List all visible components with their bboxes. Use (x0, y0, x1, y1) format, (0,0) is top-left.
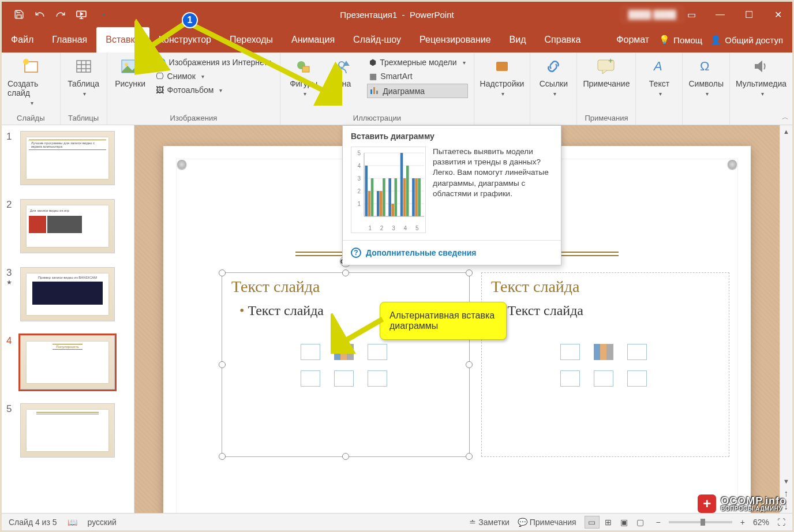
icons-button[interactable]: Зна (327, 56, 361, 88)
insert-chart-icon[interactable] (334, 344, 354, 360)
thumbnail-5[interactable] (20, 403, 115, 458)
tab-animation[interactable]: Анимация (282, 27, 344, 53)
insert-smartart-icon[interactable] (627, 344, 647, 360)
new-slide-button[interactable]: Создать слайд (8, 56, 54, 106)
insert-online-picture-icon[interactable] (334, 370, 354, 387)
group-illustrations: Фигуры Зна ⬢Трехмерные модели ▦SmartArt … (280, 53, 474, 125)
svg-text:2: 2 (380, 225, 384, 231)
group-symbols: ΩСимволы (683, 53, 730, 125)
tab-home[interactable]: Главная (43, 27, 96, 53)
notes-button[interactable]: ≐ Заметки (469, 518, 509, 527)
tab-transitions[interactable]: Переходы (220, 27, 282, 53)
group-label: Таблицы (66, 114, 101, 125)
collapse-ribbon-icon[interactable]: ︿ (782, 113, 789, 122)
language-button[interactable]: русский (88, 518, 117, 527)
slideshow-view-icon[interactable]: ▢ (633, 516, 648, 529)
photo-album-button[interactable]: 🖼Фотоальбом (153, 84, 275, 96)
shapes-button[interactable]: Фигуры (286, 56, 321, 97)
tab-view[interactable]: Вид (500, 27, 535, 53)
sorter-view-icon[interactable]: ⊞ (601, 516, 616, 529)
thumbnail-2[interactable]: Для записи видео из игр (20, 199, 115, 253)
tab-design[interactable]: Конструктор (149, 27, 220, 53)
zoom-slider[interactable] (669, 521, 732, 523)
thumbnail-1[interactable]: Лучшие программы для записи видео с экра… (20, 131, 115, 185)
insert-video-icon[interactable] (627, 370, 647, 387)
online-pictures-button[interactable]: 🌐Изображения из Интернета (153, 56, 275, 69)
tooltip-more-info[interactable]: ?Дополнительные сведения (343, 240, 561, 265)
slide-counter[interactable]: Слайд 4 из 5 (9, 518, 57, 527)
redo-icon[interactable] (55, 9, 66, 20)
placeholder-title[interactable]: Текст слайда (482, 273, 729, 301)
tab-format[interactable]: Формат (607, 27, 658, 53)
media-button[interactable]: Мультимедиа (736, 56, 786, 97)
insert-online-picture-icon[interactable] (594, 370, 613, 387)
svg-rect-36 (377, 191, 380, 216)
3d-models-button[interactable]: ⬢Трехмерные модели (367, 56, 467, 69)
table-button[interactable]: Таблица (66, 56, 101, 97)
zoom-level[interactable]: 62% (753, 518, 769, 527)
tab-help[interactable]: Справка (535, 27, 590, 53)
tab-slideshow[interactable]: Слайд-шоу (344, 27, 410, 53)
omega-icon: Ω (696, 56, 717, 77)
maximize-icon[interactable]: ☐ (735, 2, 763, 27)
tell-me-button[interactable]: 💡Помощ (659, 35, 702, 45)
group-text: AТекст (636, 53, 683, 125)
svg-rect-41 (391, 204, 394, 216)
undo-icon[interactable] (34, 9, 46, 20)
share-button[interactable]: 👤Общий доступ (710, 35, 783, 45)
vertical-scrollbar[interactable]: ▲ ▼ ⭡ ⭣ (780, 125, 792, 513)
insert-video-icon[interactable] (368, 370, 387, 387)
reading-view-icon[interactable]: ▣ (617, 516, 632, 529)
group-label: Примечания (583, 114, 630, 125)
screenshot-button[interactable]: 🖵Снимок (153, 70, 275, 83)
addins-button[interactable]: Надстройки (480, 56, 525, 97)
links-button[interactable]: Ссылки (536, 56, 571, 97)
zoom-out-icon[interactable]: − (656, 518, 661, 527)
comment-button[interactable]: +Примечание (583, 56, 630, 88)
spellcheck-icon[interactable]: 📖 (68, 518, 77, 527)
addins-icon (492, 56, 512, 77)
placeholder-title[interactable]: Текст слайда (222, 273, 469, 301)
symbols-button[interactable]: ΩСимволы (688, 56, 724, 97)
tab-insert[interactable]: Вставка (96, 27, 149, 53)
thumbnail-4[interactable]: Популярность (20, 335, 115, 389)
pictures-button[interactable]: Рисунки (113, 56, 148, 88)
save-icon[interactable] (13, 9, 25, 20)
account-button[interactable]: ████ ████ (622, 7, 683, 22)
insert-picture-icon[interactable] (301, 370, 320, 387)
lightbulb-icon: 💡 (659, 35, 670, 45)
thumbnail-3[interactable]: Пример записи видео из BANDICAM (20, 267, 115, 321)
smartart-button[interactable]: ▦SmartArt (367, 70, 467, 83)
scroll-down-icon[interactable]: ▼ (780, 475, 792, 488)
content-placeholder-left[interactable]: ⟳ Текст слайда Текст слайда (222, 272, 470, 457)
chart-button[interactable]: Диаграмма (367, 84, 467, 98)
tooltip-text: Пытаетесь выявить модели развития и трен… (433, 147, 553, 233)
content-placeholder-right[interactable]: Текст слайда Текст слайда (481, 272, 729, 457)
shapes-icon (293, 56, 314, 77)
svg-rect-4 (77, 61, 91, 72)
insert-table-icon[interactable] (560, 344, 580, 360)
minimize-icon[interactable]: — (706, 2, 735, 27)
placeholder-icons (222, 344, 469, 387)
insert-table-icon[interactable] (301, 344, 320, 360)
slideshow-start-icon[interactable] (76, 9, 87, 20)
normal-view-icon[interactable]: ▭ (585, 516, 600, 529)
tab-file[interactable]: Файл (2, 27, 43, 53)
svg-rect-17 (496, 62, 508, 71)
insert-chart-icon[interactable] (594, 344, 613, 360)
fit-to-window-icon[interactable]: ⛶ (777, 518, 785, 527)
svg-rect-15 (373, 87, 375, 94)
text-button[interactable]: AТекст (642, 56, 676, 97)
placeholder-bullet[interactable]: Текст слайда (482, 301, 729, 321)
tab-review[interactable]: Рецензирование (410, 27, 500, 53)
svg-rect-40 (388, 178, 391, 216)
zoom-in-icon[interactable]: + (740, 518, 745, 527)
tooltip-title: Вставить диаграмму (343, 126, 561, 147)
insert-smartart-icon[interactable] (368, 344, 387, 360)
icons-icon (334, 56, 354, 77)
close-icon[interactable]: ✕ (763, 2, 792, 27)
insert-picture-icon[interactable] (560, 370, 580, 387)
comments-button[interactable]: 💬 Примечания (518, 518, 576, 527)
qat-customize-icon[interactable] (96, 9, 108, 20)
scroll-up-icon[interactable]: ▲ (780, 125, 792, 138)
